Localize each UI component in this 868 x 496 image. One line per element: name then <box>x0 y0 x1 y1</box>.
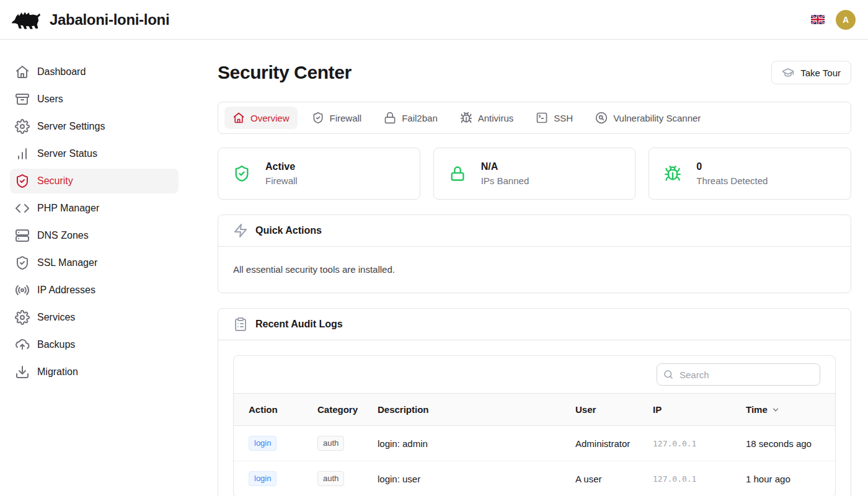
tab-firewall[interactable]: Firewall <box>304 107 370 129</box>
time-cell: 1 hour ago <box>746 461 835 496</box>
stat-value: N/A <box>481 161 529 172</box>
sidebar-item-server-status[interactable]: Server Status <box>10 141 179 166</box>
stat-label: Firewall <box>265 175 298 186</box>
lock-icon <box>384 112 396 124</box>
audit-logs-card: Recent Audit Logs Action <box>218 308 851 496</box>
tab-fail2ban[interactable]: Fail2ban <box>376 107 446 129</box>
sidebar-item-label: Server Status <box>37 148 97 159</box>
archive-box-icon <box>15 92 30 107</box>
sidebar-item-services[interactable]: Services <box>10 305 179 330</box>
threats-detected-card: 0 Threats Detected <box>649 148 851 200</box>
chevron-down-icon <box>771 405 780 414</box>
bar-chart-icon <box>15 146 30 161</box>
sidebar-item-label: DNS Zones <box>37 230 89 241</box>
quick-actions-card: Quick Actions All essential security too… <box>218 215 851 293</box>
quick-actions-title: Quick Actions <box>255 225 322 236</box>
tab-label: Fail2ban <box>402 113 438 123</box>
column-header-category[interactable]: Category <box>317 394 378 426</box>
ips-banned-card: N/A IPs Banned <box>433 148 636 200</box>
stat-value: Active <box>265 161 298 172</box>
column-header-action[interactable]: Action <box>234 394 317 426</box>
take-tour-label: Take Tour <box>800 68 841 78</box>
tab-label: Overview <box>250 113 290 123</box>
tab-label: SSH <box>554 113 573 123</box>
sidebar-item-dashboard[interactable]: Dashboard <box>10 60 179 84</box>
table-row[interactable]: login auth login: admin Administrator 12… <box>234 426 835 461</box>
lightning-bolt-icon <box>233 223 248 238</box>
sidebar-item-security[interactable]: Security <box>10 169 179 193</box>
ip-cell: 127.0.0.1 <box>653 426 746 461</box>
description-cell: login: user <box>378 461 575 496</box>
server-stack-icon <box>15 228 30 243</box>
app-title: Jabaloni-loni-loni <box>50 11 169 29</box>
sidebar-item-backups[interactable]: Backups <box>10 332 179 357</box>
sidebar-item-server-settings[interactable]: Server Settings <box>10 114 179 139</box>
take-tour-button[interactable]: Take Tour <box>771 61 851 84</box>
sidebar-item-php-manager[interactable]: PHP Manager <box>10 196 179 221</box>
action-badge: login <box>249 436 277 451</box>
shield-check-icon <box>15 174 30 188</box>
category-badge: auth <box>317 436 344 451</box>
user-cell: Administrator <box>575 426 653 461</box>
bug-icon <box>664 165 681 182</box>
audit-logs-title: Recent Audit Logs <box>255 319 343 330</box>
download-icon <box>15 365 30 379</box>
sidebar-item-label: SSL Manager <box>37 257 97 268</box>
audit-logs-table: Action Category Description User IP Time <box>234 393 835 496</box>
column-header-user[interactable]: User <box>575 394 653 426</box>
boar-logo-icon <box>10 8 41 32</box>
category-badge: auth <box>317 471 344 486</box>
column-header-description[interactable]: Description <box>378 394 575 426</box>
gear-icon <box>15 119 30 134</box>
user-cell: A user <box>575 461 653 496</box>
shield-check-icon <box>233 165 250 182</box>
quick-actions-message: All essential security tools are install… <box>218 247 851 293</box>
security-tabs: Overview Firewall Fail2ban Antivirus SSH… <box>218 102 851 134</box>
graduation-cap-icon <box>782 66 794 79</box>
language-flag-icon[interactable] <box>811 15 825 24</box>
radio-waves-icon <box>15 283 30 298</box>
time-cell: 18 seconds ago <box>746 426 835 461</box>
code-icon <box>15 201 30 216</box>
tab-ssh[interactable]: SSH <box>528 107 581 129</box>
sidebar-item-ip-addresses[interactable]: IP Addresses <box>10 278 179 303</box>
lock-icon <box>449 165 466 182</box>
tab-label: Vulnerability Scanner <box>613 113 701 123</box>
search-circle-icon <box>595 112 608 124</box>
top-header: Jabaloni-loni-loni A <box>0 0 868 40</box>
sidebar-item-label: IP Addresses <box>37 285 95 296</box>
tab-antivirus[interactable]: Antivirus <box>452 107 522 129</box>
page-title: Security Center <box>218 61 352 84</box>
column-header-time[interactable]: Time <box>746 394 835 426</box>
tab-label: Antivirus <box>478 113 514 123</box>
table-row[interactable]: login auth login: user A user 127.0.0.1 … <box>234 461 835 496</box>
tab-label: Firewall <box>330 113 362 123</box>
tab-vulnerability-scanner[interactable]: Vulnerability Scanner <box>587 107 709 129</box>
sidebar-item-label: Dashboard <box>37 66 86 78</box>
action-badge: login <box>249 471 277 486</box>
column-header-ip[interactable]: IP <box>653 394 746 426</box>
sidebar-item-label: Backups <box>37 339 75 350</box>
user-avatar[interactable]: A <box>836 10 856 30</box>
ip-cell: 127.0.0.1 <box>653 461 746 496</box>
tab-overview[interactable]: Overview <box>224 107 298 129</box>
sidebar-item-label: Server Settings <box>37 121 105 132</box>
stat-label: Threats Detected <box>696 175 768 186</box>
clipboard-list-icon <box>233 317 248 332</box>
search-input[interactable] <box>657 363 820 386</box>
sidebar-item-migration[interactable]: Migration <box>10 360 179 384</box>
sidebar-item-users[interactable]: Users <box>10 87 179 112</box>
bug-icon <box>460 112 472 124</box>
sidebar-item-label: Security <box>37 175 73 187</box>
shield-check-icon <box>312 112 324 124</box>
status-cards: Active Firewall N/A IPs Banned 0 Threats… <box>218 148 851 200</box>
stat-label: IPs Banned <box>481 175 529 186</box>
sidebar-item-label: PHP Manager <box>37 203 99 214</box>
sidebar-item-ssl-manager[interactable]: SSL Manager <box>10 250 179 275</box>
shield-check-icon <box>15 255 30 270</box>
stat-value: 0 <box>696 161 768 172</box>
sidebar-item-dns-zones[interactable]: DNS Zones <box>10 223 179 248</box>
table-header-row: Action Category Description User IP Time <box>234 394 835 426</box>
brand[interactable]: Jabaloni-loni-loni <box>10 8 169 32</box>
main-content: Security Center Take Tour Overview Firew… <box>188 40 868 496</box>
